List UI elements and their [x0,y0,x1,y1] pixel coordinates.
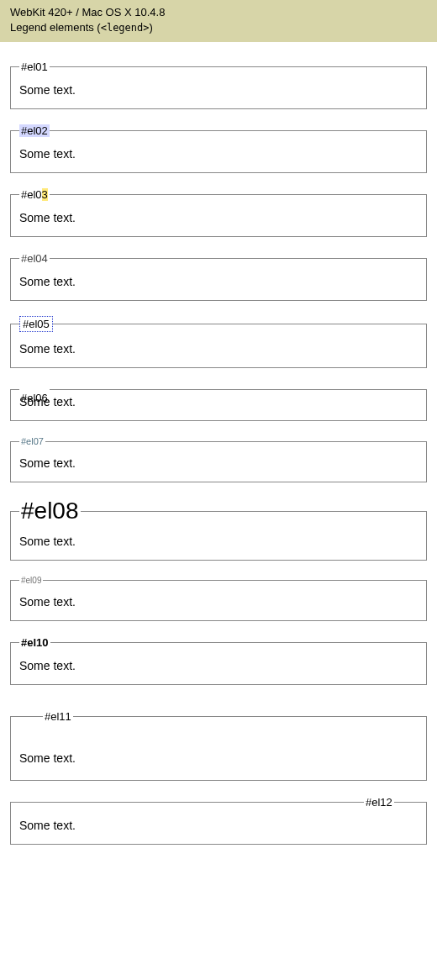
header-subtitle-code: <legend> [101,22,150,34]
body-text: Some text. [19,342,418,356]
legend-el04: #el04 [19,252,50,265]
header-title: WebKit 420+ / Mac OS X 10.4.8 [10,5,427,20]
body-text: Some text. [19,275,418,288]
body-text: Some text. [19,456,418,470]
legend-el03-prefix: #el0 [21,188,42,201]
body-text: Some text. [19,147,418,161]
body-text: Some text. [19,211,418,224]
body-text: Some text. [19,595,418,609]
body-text: Some text. [19,395,418,408]
example-el02: #el02 Some text. [10,124,427,173]
legend-el08: #el08 [19,498,81,524]
page-header: WebKit 420+ / Mac OS X 10.4.8 Legend ele… [0,0,437,42]
body-text: Some text. [19,751,418,765]
legend-el12: #el12 [364,796,394,809]
example-el09: #el09 Some text. [10,576,427,621]
legend-el09: #el09 [19,576,43,585]
example-el03: #el03 Some text. [10,188,427,237]
legend-el06: #el06 [19,392,50,404]
legend-el01: #el01 [19,61,50,73]
example-el08: #el08 Some text. [10,498,427,561]
header-subtitle: Legend elements (<legend>) [10,20,427,35]
body-text: Some text. [19,819,418,832]
legend-el05: #el05 [19,316,53,332]
body-text: Some text. [19,535,418,548]
header-subtitle-prefix: Legend elements ( [10,21,101,34]
legend-el07: #el07 [19,436,45,446]
example-el05: #el05 Some text. [10,316,427,368]
header-subtitle-suffix: ) [149,21,152,34]
example-el01: #el01 Some text. [10,61,427,109]
legend-el02: #el02 [19,124,50,137]
legend-el11: #el11 [43,710,73,723]
legend-el10: #el10 [19,636,50,649]
legend-el03: #el03 [19,188,50,201]
example-el11: #el11 Some text. [10,710,427,781]
example-el12: #el12 Some text. [10,796,427,845]
body-text: Some text. [19,659,418,672]
body-text: Some text. [19,83,418,97]
example-el07: #el07 Some text. [10,436,427,482]
examples-container: #el01 Some text. #el02 Some text. #el03 … [0,42,437,877]
example-el06: #el06 Some text. [10,383,427,421]
legend-el03-highlight: 3 [42,188,48,201]
example-el10: #el10 Some text. [10,636,427,685]
example-el04: #el04 Some text. [10,252,427,301]
